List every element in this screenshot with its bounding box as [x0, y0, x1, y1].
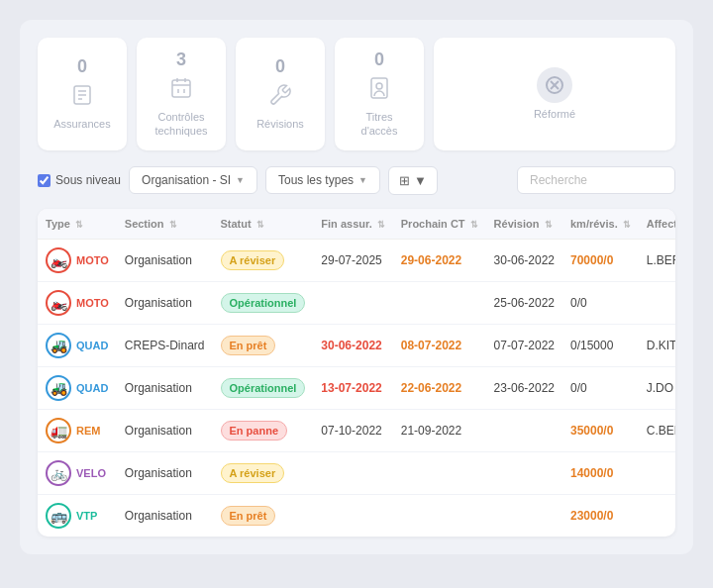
- prochain-ct-val-3: 22-06-2022: [401, 381, 461, 395]
- view-toggle-btn[interactable]: ⊞ ▼: [388, 166, 438, 195]
- cell-section-3: Organisation: [117, 366, 213, 409]
- table-header-row: Type ⇅ Section ⇅ Statut ⇅ Fin assur. ⇅ P…: [38, 209, 675, 240]
- sous-niveau-label: Sous niveau: [55, 173, 121, 187]
- cell-type-5: 🚲 VELO: [38, 451, 117, 494]
- prochain-ct-val-4: 21-09-2022: [401, 424, 461, 438]
- cell-affecte-5: [639, 451, 675, 494]
- statut-badge-2: En prêt: [221, 336, 276, 355]
- type-label-6: VTP: [76, 510, 97, 522]
- cell-prochain-ct-2: 08-07-2022: [393, 324, 486, 366]
- cell-km-4: 35000/0: [562, 409, 639, 451]
- km-val-3: 0/0: [570, 381, 587, 395]
- cell-section-5: Organisation: [117, 451, 213, 494]
- titres-icon: [368, 76, 390, 106]
- km-val-2: 0/15000: [570, 339, 613, 352]
- type-label-3: QUAD: [76, 382, 108, 394]
- card-reforme[interactable]: Réformé: [434, 38, 675, 150]
- prochain-ct-val-0: 29-06-2022: [401, 253, 461, 267]
- type-icon-6: 🚌: [46, 503, 71, 529]
- cell-statut-2: En prêt: [213, 324, 314, 366]
- svg-rect-4: [172, 80, 190, 97]
- cell-section-2: CREPS-Dinard: [117, 324, 213, 366]
- card-assurances-label: Assurances: [53, 117, 110, 131]
- col-section-header: Section ⇅: [117, 209, 213, 240]
- types-chevron-icon: ▼: [358, 175, 367, 185]
- cell-affecte-4: C.BENOIT: [639, 409, 675, 451]
- cell-revision-0: 30-06-2022: [486, 239, 562, 281]
- type-icon-2: 🚜: [46, 333, 71, 358]
- table-row: 🚜 QUAD CREPS-DinardEn prêt30-06-202208-0…: [38, 324, 675, 366]
- card-titres-label: Titresd'accès: [361, 110, 398, 139]
- type-label-2: QUAD: [76, 340, 108, 351]
- cell-fin-assur-2: 30-06-2022: [313, 324, 392, 366]
- table-row: 🚜 QUAD OrganisationOpérationnel13-07-202…: [38, 366, 675, 409]
- type-label-4: REM: [76, 425, 100, 437]
- card-titres-count: 0: [374, 49, 384, 70]
- fin-assur-val-0: 29-07-2025: [321, 253, 381, 267]
- cell-km-5: 14000/0: [562, 451, 639, 494]
- types-filter-btn[interactable]: Tous les types ▼: [265, 166, 380, 194]
- cell-statut-4: En panne: [213, 409, 314, 451]
- cell-revision-3: 23-06-2022: [486, 366, 562, 409]
- type-label-0: MOTO: [76, 254, 109, 266]
- cell-statut-1: Opérationnel: [213, 281, 314, 324]
- card-assurances[interactable]: 0 Assurances: [38, 38, 127, 150]
- cell-fin-assur-4: 07-10-2022: [313, 409, 392, 451]
- type-icon-5: 🚲: [46, 460, 71, 486]
- organisation-filter-btn[interactable]: Organisation - SI ▼: [129, 166, 257, 194]
- cell-fin-assur-5: [313, 451, 392, 494]
- cell-type-0: 🏍️ MOTO: [38, 239, 117, 281]
- card-controles-count: 3: [176, 49, 186, 70]
- col-revision-header: Révision ⇅: [486, 209, 562, 240]
- cell-revision-4: [486, 409, 562, 451]
- cell-affecte-3: J.DO: [639, 366, 675, 409]
- card-revisions-count: 0: [275, 56, 285, 77]
- search-input[interactable]: [517, 166, 675, 194]
- cell-prochain-ct-4: 21-09-2022: [393, 409, 486, 451]
- col-km-header: km/révis. ⇅: [562, 209, 639, 240]
- cell-statut-6: En prêt: [213, 494, 314, 537]
- filter-bar: Sous niveau Organisation - SI ▼ Tous les…: [38, 166, 675, 195]
- card-revisions[interactable]: 0 Révisions: [236, 38, 325, 150]
- km-val-1: 0/0: [570, 296, 587, 310]
- cell-type-2: 🚜 QUAD: [38, 324, 117, 366]
- type-icon-0: 🏍️: [46, 247, 71, 273]
- prochain-ct-val-2: 08-07-2022: [401, 339, 461, 352]
- statut-badge-1: Opérationnel: [221, 293, 306, 313]
- cell-section-1: Organisation: [117, 281, 213, 324]
- cell-statut-0: A réviser: [213, 239, 314, 281]
- revisions-icon: [268, 83, 292, 113]
- cell-affecte-0: L.BERNIER: [639, 239, 675, 281]
- main-container: 0 Assurances 3: [20, 20, 693, 554]
- fin-assur-val-2: 30-06-2022: [321, 339, 381, 352]
- data-table: Type ⇅ Section ⇅ Statut ⇅ Fin assur. ⇅ P…: [38, 209, 675, 537]
- cell-revision-6: [486, 494, 562, 537]
- table-row: 🚌 VTP OrganisationEn prêt23000/0 ✎ ⊘ 🗑: [38, 494, 675, 537]
- controles-icon: [169, 76, 193, 106]
- cell-affecte-2: D.KITEU: [639, 324, 675, 366]
- cell-fin-assur-1: [313, 281, 392, 324]
- cell-section-6: Organisation: [117, 494, 213, 537]
- cell-type-1: 🏍️ MOTO: [38, 281, 117, 324]
- cell-km-1: 0/0: [562, 281, 639, 324]
- card-controles[interactable]: 3 Contrôlestechniques: [137, 38, 226, 150]
- statut-badge-5: A réviser: [221, 463, 285, 483]
- statut-badge-4: En panne: [221, 421, 288, 441]
- view-chevron-icon: ▼: [414, 173, 427, 188]
- card-controles-label: Contrôlestechniques: [154, 110, 207, 139]
- card-titres[interactable]: 0 Titresd'accès: [335, 38, 424, 150]
- sous-niveau-checkbox[interactable]: [38, 174, 51, 187]
- cell-km-3: 0/0: [562, 366, 639, 409]
- sous-niveau-checkbox-label[interactable]: Sous niveau: [38, 173, 121, 187]
- assurances-icon: [70, 83, 94, 113]
- type-icon-3: 🚜: [46, 375, 71, 401]
- cards-row: 0 Assurances 3: [38, 38, 675, 150]
- cards-left: 0 Assurances 3: [38, 38, 424, 150]
- statut-badge-3: Opérationnel: [221, 378, 306, 398]
- reforme-icon: [537, 67, 572, 103]
- cell-statut-5: A réviser: [213, 451, 314, 494]
- cell-prochain-ct-6: [393, 494, 486, 537]
- cell-section-0: Organisation: [117, 239, 213, 281]
- svg-point-11: [376, 83, 382, 89]
- card-reforme-label: Réformé: [534, 107, 575, 121]
